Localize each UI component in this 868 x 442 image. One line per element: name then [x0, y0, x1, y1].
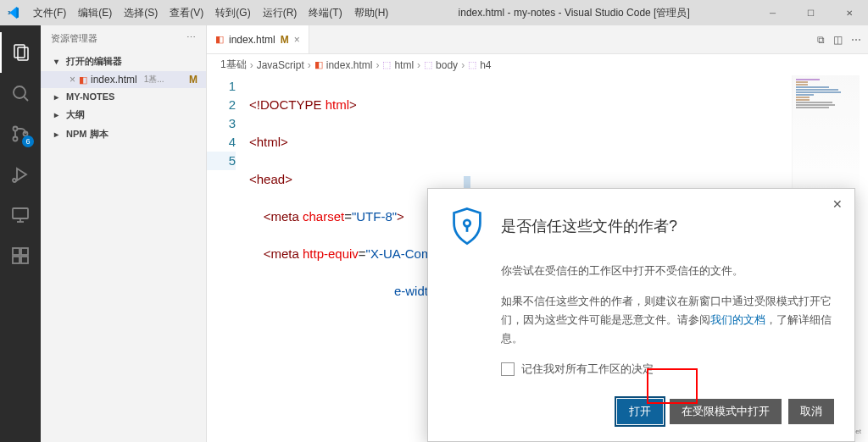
scm-badge: 6: [22, 135, 34, 147]
svg-point-8: [13, 179, 16, 182]
dialog-title: 是否信任这些文件的作者?: [501, 216, 677, 236]
title-bar: 文件(F) 编辑(E) 选择(S) 查看(V) 转到(G) 运行(R) 终端(T…: [0, 0, 868, 25]
menu-run[interactable]: 运行(R): [257, 6, 303, 20]
cancel-button[interactable]: 取消: [788, 399, 834, 424]
svg-line-3: [24, 97, 28, 101]
window-title: index.html - my-notes - Visual Studio Co…: [394, 6, 754, 20]
run-debug-icon[interactable]: [0, 154, 41, 195]
maximize-button[interactable]: ☐: [792, 0, 830, 25]
close-dialog-icon[interactable]: ✕: [832, 197, 843, 211]
chevron-right-icon: ▸: [54, 92, 64, 102]
shield-icon: [448, 206, 486, 246]
svg-point-2: [14, 86, 25, 98]
svg-point-4: [14, 127, 18, 131]
chevron-right-icon: ▸: [54, 110, 64, 119]
sidebar: 资源管理器 ⋯ ▾打开的编辑器 × ◧ index.html 1基... M ▸…: [41, 25, 207, 442]
line-numbers: 12345: [207, 77, 249, 442]
sidebar-title: 资源管理器 ⋯: [41, 25, 206, 52]
svg-rect-9: [13, 208, 28, 218]
remember-checkbox[interactable]: [501, 362, 515, 376]
extensions-icon[interactable]: [0, 235, 41, 276]
open-editors-section[interactable]: ▾打开的编辑器: [41, 52, 206, 71]
chevron-down-icon: ▾: [54, 57, 64, 66]
source-control-icon[interactable]: 6: [0, 113, 41, 154]
menu-go[interactable]: 转到(G): [209, 6, 256, 20]
menu-terminal[interactable]: 终端(T): [303, 6, 348, 20]
menu-edit[interactable]: 编辑(E): [72, 6, 118, 20]
docs-link[interactable]: 我们的文档: [710, 313, 765, 326]
close-tab-icon[interactable]: ×: [294, 34, 300, 46]
search-icon[interactable]: [0, 73, 41, 113]
open-button[interactable]: 打开: [617, 399, 663, 424]
svg-rect-12: [13, 248, 19, 255]
split-icon[interactable]: ◫: [833, 34, 843, 46]
explorer-icon[interactable]: [0, 32, 41, 73]
close-window-button[interactable]: ✕: [830, 0, 868, 25]
dialog-body: 你尝试在受信任的工作区中打开不受信任的文件。 如果不信任这些文件的作者，则建议在…: [501, 262, 834, 378]
trust-dialog: ✕ 是否信任这些文件的作者? 你尝试在受信任的工作区中打开不受信任的文件。 如果…: [427, 188, 855, 442]
close-icon[interactable]: ×: [70, 74, 75, 86]
menu-file[interactable]: 文件(F): [27, 6, 72, 20]
compare-icon[interactable]: ⧉: [817, 34, 825, 46]
checkbox-label: 记住我对所有工作区的决定: [521, 360, 654, 378]
minimize-button[interactable]: ─: [754, 0, 792, 25]
modified-indicator: M: [281, 34, 289, 46]
open-restricted-button[interactable]: 在受限模式中打开: [670, 399, 782, 424]
folder-section[interactable]: ▸MY-NOTES: [41, 88, 206, 105]
chevron-right-icon: ▸: [54, 130, 64, 139]
html-file-icon: ◧: [215, 34, 224, 45]
svg-rect-13: [21, 248, 28, 255]
svg-rect-14: [13, 257, 19, 263]
svg-point-5: [14, 137, 18, 141]
editor-tabs: ◧ index.html M × ⧉ ◫ ⋯: [207, 25, 868, 54]
open-editor-item[interactable]: × ◧ index.html 1基... M: [41, 71, 206, 88]
menu-selection[interactable]: 选择(S): [118, 6, 164, 20]
element-icon: ⬚: [468, 59, 476, 70]
breadcrumbs[interactable]: 1基础› JavaScript› ◧index.html› ⬚html› ⬚bo…: [207, 54, 868, 75]
html-file-icon: ◧: [314, 59, 323, 70]
outline-section[interactable]: ▸大纲: [41, 105, 206, 124]
modified-indicator: M: [189, 74, 198, 86]
npm-section[interactable]: ▸NPM 脚本: [41, 124, 206, 144]
more-icon[interactable]: ⋯: [851, 34, 861, 46]
vscode-logo-icon: [7, 6, 20, 19]
html-file-icon: ◧: [79, 75, 87, 86]
svg-rect-15: [21, 257, 28, 263]
tab-index-html[interactable]: ◧ index.html M ×: [207, 25, 309, 53]
editor-area: ◧ index.html M × ⧉ ◫ ⋯ 1基础› JavaScript› …: [207, 25, 868, 442]
more-icon[interactable]: ⋯: [186, 32, 196, 45]
menu-view[interactable]: 查看(V): [164, 6, 209, 20]
activity-bar: 6: [0, 25, 41, 442]
menu-help[interactable]: 帮助(H): [348, 6, 395, 20]
svg-marker-7: [17, 169, 26, 180]
element-icon: ⬚: [382, 59, 391, 70]
svg-point-16: [464, 220, 470, 227]
element-icon: ⬚: [424, 59, 432, 70]
remote-icon[interactable]: [0, 195, 41, 235]
